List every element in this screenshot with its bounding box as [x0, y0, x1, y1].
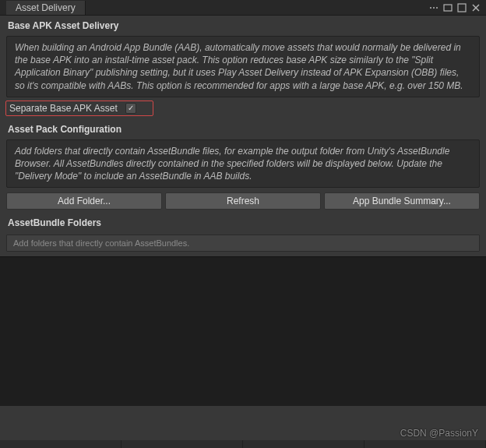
- asset-pack-help: Add folders that directly contain AssetB…: [6, 139, 480, 189]
- refresh-button[interactable]: Refresh: [165, 192, 321, 210]
- status-bar: [0, 440, 486, 448]
- folders-list-area: [0, 256, 486, 406]
- app-bundle-summary-button[interactable]: App Bundle Summary...: [324, 192, 480, 210]
- maximize-icon[interactable]: [456, 2, 467, 13]
- svg-point-2: [436, 7, 438, 9]
- tab-label: Asset Delivery: [16, 2, 76, 13]
- highlight-annotation: [5, 101, 153, 116]
- tab-asset-delivery[interactable]: Asset Delivery: [6, 1, 86, 15]
- svg-rect-3: [444, 5, 452, 11]
- close-icon[interactable]: [470, 2, 481, 13]
- dock-icon[interactable]: [442, 2, 453, 13]
- svg-point-1: [433, 7, 435, 9]
- svg-rect-4: [458, 4, 466, 12]
- svg-point-0: [430, 7, 431, 9]
- button-row: Add Folder... Refresh App Bundle Summary…: [0, 189, 486, 213]
- menu-dots-icon[interactable]: [428, 2, 439, 13]
- base-apk-help: When building an Android App Bundle (AAB…: [6, 36, 480, 97]
- panel-content: Base APK Asset Delivery When building an…: [0, 16, 486, 406]
- watermark: CSDN @PassionY: [400, 428, 478, 439]
- window-controls: [428, 2, 486, 13]
- add-folder-button[interactable]: Add Folder...: [6, 192, 162, 210]
- tab-bar: Asset Delivery: [0, 0, 486, 16]
- asset-pack-header: Asset Pack Configuration: [0, 119, 486, 138]
- folders-hint: Add folders that directly contain AssetB…: [6, 235, 480, 252]
- assetbundle-folders-header: AssetBundle Folders: [0, 213, 486, 231]
- base-apk-header: Base APK Asset Delivery: [0, 16, 486, 34]
- separate-base-apk-row[interactable]: Separate Base APK Asset ✓: [5, 101, 481, 116]
